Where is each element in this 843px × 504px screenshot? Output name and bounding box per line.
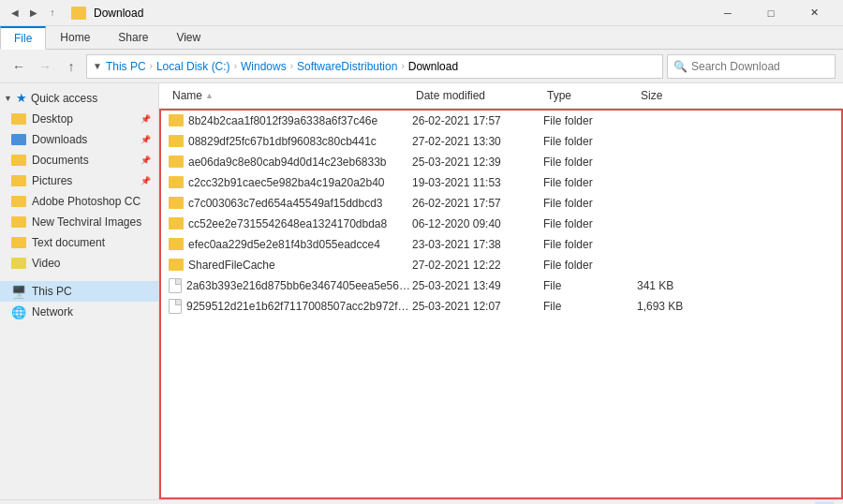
pictures-folder-icon	[11, 173, 26, 188]
file-list: 8b24b2caa1f8012f39a6338a6f37c46e 26-02-2…	[159, 109, 843, 499]
table-row[interactable]: c7c003063c7ed654a45549af15ddbcd3 26-02-2…	[161, 193, 841, 214]
file-name-cell: 8b24b2caa1f8012f39a6338a6f37c46e	[169, 114, 412, 127]
file-name-cell: cc52ee2e7315542648ea1324170dbda8	[169, 217, 412, 230]
file-name-cell: efec0aa229d5e2e81f4b3d055eadcce4	[169, 238, 412, 251]
close-button[interactable]: ✕	[792, 0, 836, 26]
file-name-text: 9259512d21e1b62f7117008507acc2b972f7...	[186, 300, 412, 313]
file-name-text: 08829df25fc67b1dbf96083c80cb441c	[188, 135, 377, 148]
file-name-text: SharedFileCache	[188, 259, 275, 272]
address-softwaredist[interactable]: SoftwareDistribution	[297, 60, 397, 73]
tab-view[interactable]: View	[162, 26, 214, 49]
photoshop-folder-icon	[11, 194, 26, 209]
address-download[interactable]: Download	[408, 60, 458, 73]
file-type-cell: File folder	[543, 176, 637, 189]
sep-2: ›	[234, 61, 237, 71]
back-icon[interactable]: ◀	[7, 6, 22, 21]
table-row[interactable]: c2cc32b91caec5e982ba4c19a20a2b40 19-03-2…	[161, 172, 841, 193]
maximize-button[interactable]: □	[749, 0, 792, 26]
tab-share[interactable]: Share	[104, 26, 162, 49]
search-input[interactable]	[691, 60, 829, 73]
file-name-cell: 9259512d21e1b62f7117008507acc2b972f7...	[169, 299, 412, 314]
sidebar-item-pictures[interactable]: Pictures 📌	[0, 170, 158, 191]
quick-access-header[interactable]: ▼ ★ Quick access	[0, 87, 158, 109]
network-icon: 🌐	[11, 304, 26, 319]
file-date-cell: 25-03-2021 12:39	[412, 156, 543, 169]
sidebar-item-documents[interactable]: Documents 📌	[0, 150, 158, 170]
ribbon: File Home Share View	[0, 26, 843, 50]
file-type-cell: File folder	[543, 259, 637, 272]
col-header-date[interactable]: Date modified	[410, 87, 541, 104]
sidebar-label-photoshop: Adobe Photoshop CC	[32, 195, 151, 208]
file-date-cell: 26-02-2021 17:57	[412, 197, 543, 210]
techviral-folder-icon	[11, 215, 26, 230]
address-chevron[interactable]: ▼	[93, 61, 102, 71]
table-row[interactable]: cc52ee2e7315542648ea1324170dbda8 06-12-2…	[161, 214, 841, 234]
file-date-cell: 27-02-2021 13:30	[412, 135, 543, 148]
table-row[interactable]: SharedFileCache 27-02-2021 12:22 File fo…	[161, 255, 841, 275]
table-row[interactable]: 2a63b393e216d875bb6e3467405eea5e56c... 2…	[161, 275, 841, 296]
file-name-cell: c7c003063c7ed654a45549af15ddbcd3	[169, 197, 412, 210]
address-segment-c: Local Disk (C:)	[156, 60, 230, 73]
sidebar-item-desktop[interactable]: Desktop 📌	[0, 109, 158, 129]
up-button[interactable]: ↑	[60, 55, 82, 78]
search-bar[interactable]: 🔍	[667, 54, 836, 79]
col-header-name[interactable]: Name ▲	[167, 87, 410, 104]
sidebar-item-video[interactable]: Video	[0, 253, 158, 274]
forward-button[interactable]: →	[34, 55, 56, 78]
sidebar-label-video: Video	[32, 257, 151, 270]
tab-file[interactable]: File	[0, 26, 46, 50]
file-type-cell: File folder	[543, 197, 637, 210]
file-name-text: 2a63b393e216d875bb6e3467405eea5e56c...	[186, 279, 412, 292]
status-bar: 10 items ☰ ⊞	[0, 499, 843, 504]
table-row[interactable]: ae06da9c8e80cab94d0d14c23eb6833b 25-03-2…	[161, 152, 841, 172]
sidebar-item-network[interactable]: 🌐 Network	[0, 302, 158, 322]
content-area: Name ▲ Date modified Type Size 8b24b2caa…	[159, 83, 843, 499]
folder-icon	[169, 259, 184, 271]
sidebar-item-textdoc[interactable]: Text document	[0, 232, 158, 253]
file-name-cell: 08829df25fc67b1dbf96083c80cb441c	[169, 135, 412, 148]
address-c[interactable]: Local Disk (C:)	[156, 60, 230, 73]
pin-icon-documents: 📌	[140, 156, 151, 165]
sidebar-item-photoshop[interactable]: Adobe Photoshop CC	[0, 191, 158, 212]
file-size-cell: 1,693 KB	[637, 300, 712, 313]
address-windows[interactable]: Windows	[241, 60, 287, 73]
sidebar-label-techviral: New Techviral Images	[32, 215, 151, 229]
folder-icon	[169, 238, 184, 250]
sidebar-label-downloads: Downloads	[32, 133, 135, 146]
file-name-text: c2cc32b91caec5e982ba4c19a20a2b40	[188, 176, 385, 189]
sep-1: ›	[150, 61, 153, 71]
table-row[interactable]: 8b24b2caa1f8012f39a6338a6f37c46e 26-02-2…	[161, 111, 841, 131]
address-thispc[interactable]: This PC	[106, 60, 146, 73]
window-controls: ─ □ ✕	[706, 0, 836, 26]
file-date-cell: 26-02-2021 17:57	[412, 114, 543, 127]
minimize-button[interactable]: ─	[706, 0, 749, 26]
sidebar-item-downloads[interactable]: Downloads 📌	[0, 129, 158, 150]
desktop-folder-icon	[11, 111, 26, 126]
ribbon-tabs: File Home Share View	[0, 26, 843, 49]
back-button[interactable]: ←	[7, 55, 30, 78]
file-type-cell: File folder	[543, 238, 637, 251]
sidebar-label-pictures: Pictures	[32, 174, 135, 187]
table-row[interactable]: efec0aa229d5e2e81f4b3d055eadcce4 23-03-2…	[161, 234, 841, 255]
pin-icon-desktop: 📌	[140, 114, 151, 124]
sidebar-item-techviral[interactable]: New Techviral Images	[0, 212, 158, 232]
up-icon[interactable]: ↑	[45, 6, 60, 21]
tab-home[interactable]: Home	[46, 26, 104, 49]
table-row[interactable]: 08829df25fc67b1dbf96083c80cb441c 27-02-2…	[161, 131, 841, 152]
file-name-cell: c2cc32b91caec5e982ba4c19a20a2b40	[169, 176, 412, 189]
sidebar-item-thispc[interactable]: 🖥️ This PC	[0, 281, 158, 302]
col-header-size[interactable]: Size	[635, 87, 710, 104]
file-name-cell: ae06da9c8e80cab94d0d14c23eb6833b	[169, 156, 412, 169]
sort-arrow-name: ▲	[205, 91, 214, 100]
col-header-type[interactable]: Type	[541, 87, 635, 104]
file-name-cell: 2a63b393e216d875bb6e3467405eea5e56c...	[169, 278, 412, 293]
address-bar[interactable]: ▼ This PC › Local Disk (C:) › Windows › …	[86, 54, 663, 79]
textdoc-folder-icon	[11, 235, 26, 250]
table-row[interactable]: 9259512d21e1b62f7117008507acc2b972f7... …	[161, 296, 841, 317]
file-name-text: c7c003063c7ed654a45549af15ddbcd3	[188, 197, 383, 210]
file-name-text: ae06da9c8e80cab94d0d14c23eb6833b	[188, 156, 387, 169]
sidebar-label-network: Network	[32, 305, 151, 319]
forward-icon[interactable]: ▶	[26, 6, 41, 21]
sidebar: ▼ ★ Quick access Desktop 📌 Downloads 📌 D…	[0, 83, 159, 499]
column-headers: Name ▲ Date modified Type Size	[159, 83, 843, 109]
